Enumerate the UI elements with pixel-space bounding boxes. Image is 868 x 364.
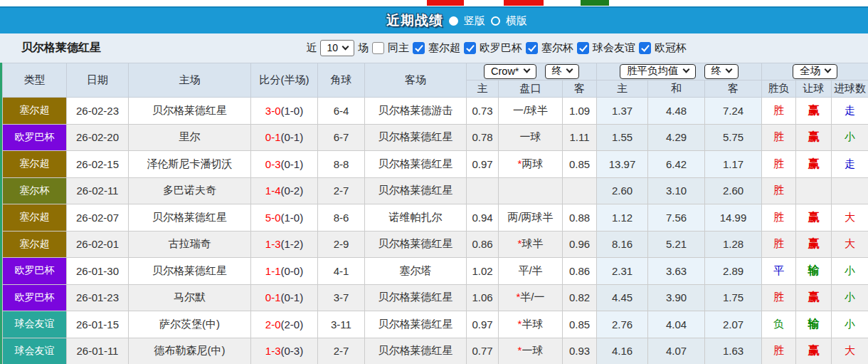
ah-away-odds: 0.85 <box>563 311 597 338</box>
scope-group-header: 全场 <box>762 63 868 80</box>
ah-away-odds: 1.09 <box>563 98 597 125</box>
result-cell: 胜 <box>762 338 796 364</box>
partial-green-button[interactable] <box>581 0 609 6</box>
match-date: 26-02-11 <box>67 177 129 204</box>
away-team-link[interactable]: 塞尔塔 <box>365 258 467 285</box>
league-label-serbia-super[interactable]: 塞尔超 <box>428 41 460 55</box>
ah-line: *半球 <box>499 311 563 338</box>
result-cell: 胜 <box>762 98 796 125</box>
col-header-date: 日期 <box>67 63 129 98</box>
radio-vertical-layout[interactable] <box>449 16 458 26</box>
league-checkbox-champions[interactable] <box>639 42 651 54</box>
table-row: 球会友谊 26-01-11 德布勒森尼(中) 1-3(0-3) 2-7 贝尔格莱… <box>3 338 868 364</box>
goals-result-cell: 走 <box>832 98 868 125</box>
away-team-link[interactable]: 诺维帕扎尔 <box>365 204 467 232</box>
odds-draw-cell: 5.21 <box>648 231 705 258</box>
score-cell: 3-0(1-0) <box>251 98 318 125</box>
league-badge: 球会友谊 <box>3 338 67 364</box>
score-cell: 1-3(0-3) <box>251 338 318 364</box>
away-team-link[interactable]: 贝尔格莱德红星 <box>365 311 467 338</box>
home-team-link[interactable]: 贝尔格莱德红星 <box>129 258 251 285</box>
odds-away-cell: 1.28 <box>705 231 762 258</box>
away-team-link[interactable]: 贝尔格莱德红星 <box>365 231 467 258</box>
odds-away-cell: 1.17 <box>705 151 762 178</box>
league-checkbox-serbia-super[interactable] <box>413 42 425 54</box>
table-row: 球会友谊 26-01-15 萨尔茨堡(中) 2-0(2-0) 3-11 贝尔格莱… <box>3 311 868 338</box>
result-cell: 胜 <box>762 231 796 258</box>
same-home-checkbox[interactable] <box>372 42 384 54</box>
col-header-handicap: 让球 <box>796 80 832 98</box>
wdl-final-select[interactable]: 终 <box>704 64 739 79</box>
odds-away-cell: 2.07 <box>705 311 762 338</box>
same-home-label[interactable]: 同主 <box>388 41 409 55</box>
match-count-select[interactable]: 10 <box>320 40 354 56</box>
ah-line <box>499 177 563 204</box>
ah-home-odds: 0.94 <box>467 204 499 232</box>
matches-label: 场 <box>358 41 369 55</box>
home-team-link[interactable]: 德布勒森尼(中) <box>129 338 251 364</box>
col-header-type: 类型 <box>3 63 67 98</box>
home-team-link[interactable]: 古拉瑞奇 <box>129 231 251 258</box>
vertical-layout-label[interactable]: 竖版 <box>464 14 485 28</box>
league-label-serbia-cup[interactable]: 塞尔杯 <box>541 41 573 55</box>
league-badge: 欧罗巴杯 <box>3 258 67 285</box>
ah-home-odds: 0.97 <box>467 151 499 178</box>
away-team-link[interactable]: 贝尔格莱德红星 <box>365 151 467 178</box>
corners-cell: 2-7 <box>318 177 365 204</box>
home-team-link[interactable]: 贝尔格莱德红星 <box>129 98 251 125</box>
league-checkbox-europa[interactable] <box>464 42 476 54</box>
home-team-link[interactable]: 泽伦斯尼卡潘切沃 <box>129 151 251 178</box>
odds-home-cell: 1.55 <box>597 124 648 151</box>
league-checkbox-serbia-cup[interactable] <box>526 42 538 54</box>
chevron-down-icon <box>566 66 573 73</box>
handicap-result-cell: 赢 <box>796 204 832 232</box>
result-cell: 胜 <box>762 124 796 151</box>
table-row: 塞尔超 26-02-23 贝尔格莱德红星 3-0(1-0) 6-4 贝尔格莱德游… <box>3 98 868 125</box>
home-team-link[interactable]: 贝尔格莱德红星 <box>129 204 251 232</box>
league-label-champions[interactable]: 欧冠杯 <box>655 41 687 55</box>
partial-red-button-1[interactable] <box>427 0 464 6</box>
odds-home-cell: 2.60 <box>597 177 648 204</box>
radio-horizontal-layout[interactable] <box>491 16 500 26</box>
wdl-average-select[interactable]: 胜平负均值 <box>620 64 696 79</box>
league-checkbox-friendly[interactable] <box>577 42 589 54</box>
col-header-odds-draw: 和 <box>648 80 705 98</box>
home-team-link[interactable]: 马尔默 <box>129 284 251 311</box>
wdl-average-group-header: 胜平负均值 终 <box>597 63 762 80</box>
corners-cell: 2-9 <box>318 231 365 258</box>
home-team-link[interactable]: 里尔 <box>129 124 251 151</box>
ah-away-odds: 0.82 <box>563 284 597 311</box>
match-date: 26-02-15 <box>67 151 129 178</box>
result-cell: 平 <box>762 258 796 285</box>
league-badge: 塞尔超 <box>3 151 67 178</box>
league-label-friendly[interactable]: 球会友谊 <box>593 41 635 55</box>
home-team-link[interactable]: 多巴诺夫奇 <box>129 177 251 204</box>
league-label-europa[interactable]: 欧罗巴杯 <box>480 41 522 55</box>
away-team-link[interactable]: 贝尔格莱德红星 <box>365 124 467 151</box>
away-team-link[interactable]: 贝尔格莱德红星 <box>365 177 467 204</box>
ah-home-odds: 0.78 <box>467 124 499 151</box>
match-date: 26-02-20 <box>67 124 129 151</box>
col-header-away: 客场 <box>365 63 467 98</box>
ah-line: 平/半 <box>499 258 563 285</box>
away-team-link[interactable]: 贝尔格莱德红星 <box>365 284 467 311</box>
home-team-link[interactable]: 萨尔茨堡(中) <box>129 311 251 338</box>
horizontal-layout-label[interactable]: 横版 <box>506 14 527 28</box>
partial-red-button-2[interactable] <box>504 0 544 6</box>
away-team-link[interactable]: 贝尔格莱德红星 <box>365 338 467 364</box>
goals-result-cell <box>832 177 868 204</box>
away-team-link[interactable]: 贝尔格莱德游击 <box>365 98 467 125</box>
filter-bar: 贝尔格莱德红星 近 10 场 同主 塞尔超 欧罗巴杯 塞尔杯 球会友谊 欧冠杯 <box>0 33 868 63</box>
result-cell: 胜 <box>762 204 796 232</box>
odds-home-cell: 4.45 <box>597 284 648 311</box>
match-date: 26-02-01 <box>67 231 129 258</box>
odds-source-final-select[interactable]: 终 <box>545 64 580 79</box>
corners-cell: 3-7 <box>318 284 365 311</box>
odds-draw-cell: 3.63 <box>648 258 705 285</box>
corners-cell: 4-1 <box>318 258 365 285</box>
goals-result-cell: 小 <box>832 258 868 285</box>
odds-source-select[interactable]: Crow* <box>484 64 536 79</box>
results-table-wrap: 类型 日期 主场 比分(半场) 角球 客场 Crow* 终 <box>0 63 868 364</box>
scope-select[interactable]: 全场 <box>793 64 837 79</box>
league-badge: 球会友谊 <box>3 311 67 338</box>
